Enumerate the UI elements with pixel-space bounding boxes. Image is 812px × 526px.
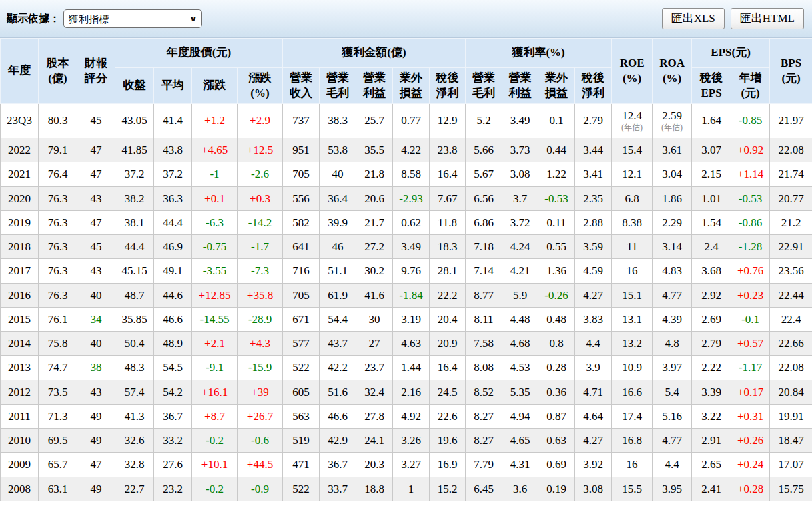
data-cell: +0.1	[192, 186, 238, 210]
data-cell: 19.6	[430, 429, 466, 453]
export-html-button[interactable]: 匯出HTML	[731, 8, 804, 30]
data-cell: 8.52	[466, 380, 502, 404]
data-cell: 4.21	[502, 259, 538, 283]
data-cell: +2.9	[238, 104, 283, 138]
data-cell: 48.7	[115, 283, 154, 307]
column-header: 營業 利益	[356, 68, 393, 104]
data-cell: 8.27	[466, 429, 502, 453]
data-cell: 22.91	[770, 235, 812, 259]
data-cell: 2.69	[692, 307, 731, 331]
data-cell: 7.58	[466, 332, 502, 356]
data-cell: +0.3	[238, 186, 283, 210]
data-cell: 20.3	[356, 453, 393, 477]
data-cell: +0.92	[731, 138, 770, 162]
data-cell: 16.6	[612, 380, 653, 404]
data-cell: -0.1	[731, 307, 770, 331]
data-cell: 7.67	[430, 186, 466, 210]
data-cell: 8.77	[466, 283, 502, 307]
data-cell: 20.4	[430, 307, 466, 331]
data-cell: -14.55	[192, 307, 238, 331]
header-row-groups: 年度股本 (億)財報 評分年度股價(元)獲利金額(億)獲利率(%)ROE (%)…	[1, 39, 812, 68]
data-cell: 44.6	[154, 283, 192, 307]
year-cell: 2021	[1, 162, 39, 186]
data-cell: 42.2	[320, 356, 356, 380]
data-cell: 18.3	[430, 235, 466, 259]
data-cell: 23.56	[770, 259, 812, 283]
table-row: 202076.34338.236.3+0.1+0.355636.420.6-2.…	[1, 186, 812, 210]
data-cell: 1.36	[538, 259, 575, 283]
data-cell: -1	[192, 162, 238, 186]
data-cell: 3.9	[575, 356, 612, 380]
export-xls-button[interactable]: 匯出XLS	[662, 8, 725, 30]
display-basis-select[interactable]: 獲利指標	[63, 9, 202, 28]
data-cell: 2.29	[653, 210, 692, 234]
data-cell: 11.8	[430, 210, 466, 234]
data-cell: 61.9	[320, 283, 356, 307]
data-cell: 556	[283, 186, 320, 210]
data-cell: -0.53	[731, 186, 770, 210]
display-basis-label: 顯示依據：	[7, 12, 60, 26]
column-header: 財報 評分	[77, 39, 115, 104]
data-cell: 4.63	[393, 332, 430, 356]
data-cell: -0.9	[238, 477, 283, 501]
table-row: 202176.44737.237.2-1-2.67054021.88.5816.…	[1, 162, 812, 186]
data-cell: +12.5	[238, 138, 283, 162]
data-cell: -0.2	[192, 429, 238, 453]
data-cell: 36.4	[320, 186, 356, 210]
data-cell: 3.27	[393, 453, 430, 477]
data-cell: -1.7	[238, 235, 283, 259]
data-cell: 54.4	[320, 307, 356, 331]
data-cell: 42.9	[320, 429, 356, 453]
data-cell: 5.4	[653, 380, 692, 404]
data-cell: 4.31	[502, 453, 538, 477]
data-cell: 12.4(年估)	[612, 104, 653, 138]
export-xls-label: 出XLS	[683, 12, 715, 25]
data-cell: 3.07	[692, 138, 731, 162]
data-cell: 6.8	[612, 186, 653, 210]
data-cell: -1.17	[731, 356, 770, 380]
data-cell: +12.85	[192, 283, 238, 307]
data-cell: 3.22	[692, 404, 731, 428]
data-cell: 20.77	[770, 186, 812, 210]
table-row: 201876.34544.446.9-0.75-1.76414627.23.49…	[1, 235, 812, 259]
data-cell: 38	[77, 356, 115, 380]
year-cell: 2015	[1, 307, 39, 331]
data-cell: 43.05	[115, 104, 154, 138]
data-cell: 20.6	[356, 186, 393, 210]
data-cell: 6.56	[466, 186, 502, 210]
data-cell: 5.35	[502, 380, 538, 404]
data-cell: +0.31	[731, 404, 770, 428]
data-cell: +16.1	[192, 380, 238, 404]
data-cell: 705	[283, 162, 320, 186]
data-cell: 3.08	[502, 162, 538, 186]
table-row: 200863.14922.723.2-0.2-0.952233.718.8115…	[1, 477, 812, 501]
data-cell: 0.1	[538, 104, 575, 138]
data-cell: 21.8	[356, 162, 393, 186]
data-cell: 0.44	[538, 138, 575, 162]
column-header: 稅後 淨利	[430, 68, 466, 104]
data-cell: 6.45	[466, 477, 502, 501]
data-cell: 76.1	[39, 307, 77, 331]
data-cell: -1.84	[393, 283, 430, 307]
year-cell: 2014	[1, 332, 39, 356]
data-cell: 2.65	[692, 453, 731, 477]
year-cell: 23Q3	[1, 104, 39, 138]
data-cell: 50.4	[115, 332, 154, 356]
data-cell: 2.22	[692, 356, 731, 380]
data-cell: 38.3	[320, 104, 356, 138]
data-cell: -15.9	[238, 356, 283, 380]
data-cell: -0.53	[538, 186, 575, 210]
data-cell: 15.2	[430, 477, 466, 501]
data-cell: 22.6	[430, 404, 466, 428]
data-cell: 3.97	[653, 356, 692, 380]
year-cell: 2020	[1, 186, 39, 210]
data-cell: 27	[356, 332, 393, 356]
data-cell: 3.59	[575, 235, 612, 259]
table-row: 201374.73848.354.5-9.1-15.952242.223.71.…	[1, 356, 812, 380]
data-cell: 40	[320, 162, 356, 186]
data-cell: 1.01	[692, 186, 731, 210]
data-cell: 9.76	[393, 259, 430, 283]
data-cell: +8.7	[192, 404, 238, 428]
column-header: 年度	[1, 39, 39, 104]
data-cell: -0.75	[192, 235, 238, 259]
